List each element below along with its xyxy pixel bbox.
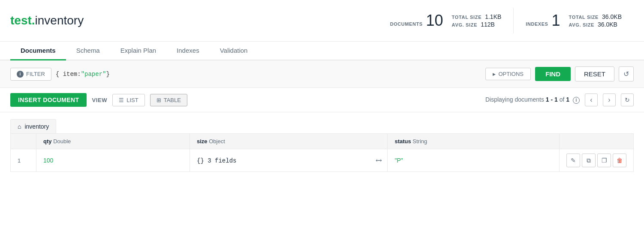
list-view-button[interactable]: ☰ LIST — [112, 94, 144, 106]
size-cell: {} 3 fields ⤢ — [190, 149, 388, 172]
doc-total-size-value: 1.1KB — [485, 13, 501, 20]
tab-explain-plan[interactable]: Explain Plan — [110, 42, 166, 60]
edit-button[interactable]: ✎ — [566, 154, 580, 167]
documents-label: DOCUMENTS — [390, 21, 423, 27]
col-header-num — [11, 134, 36, 149]
tabs-bar: Documents Schema Explain Plan Indexes Va… — [0, 42, 644, 60]
copy-button[interactable]: ⧉ — [582, 154, 596, 167]
col-type-status: String — [412, 138, 427, 145]
list-icon: ☰ — [119, 97, 124, 103]
tab-schema[interactable]: Schema — [66, 42, 110, 60]
status-cell: "P" — [388, 149, 560, 172]
delete-button[interactable]: 🗑 — [613, 154, 626, 167]
next-page-button[interactable]: › — [603, 93, 616, 106]
collection-name: inventory — [35, 14, 84, 27]
table-icon: ⊞ — [156, 97, 161, 103]
filter-query-suffix: } — [106, 71, 109, 78]
pagination-range: 1 - 1 — [546, 96, 558, 103]
insert-document-button[interactable]: INSERT DOCUMENT — [10, 93, 87, 107]
indexes-stats: INDEXES 1 TOTAL SIZE 36.0KB AVG. SIZE 36… — [514, 13, 634, 28]
doc-avg-size-value: 112B — [481, 21, 495, 28]
dot-separator: . — [32, 14, 35, 27]
row-actions: ✎ ⧉ ❐ 🗑 — [566, 154, 626, 167]
col-name-size: size — [197, 138, 208, 145]
idx-avg-size-value: 36.0KB — [598, 21, 617, 28]
idx-total-size-value: 36.0KB — [602, 13, 622, 20]
table-area: ⌂ inventory qty Double size Object statu… — [0, 112, 644, 179]
filter-button[interactable]: i FILTER — [10, 68, 51, 81]
filter-button-label: FILTER — [26, 71, 45, 77]
tab-indexes[interactable]: Indexes — [166, 42, 210, 60]
idx-total-size-label: TOTAL SIZE — [569, 15, 599, 20]
db-name: test — [10, 14, 32, 27]
filter-query-value: "paper" — [81, 71, 106, 78]
refresh-button[interactable]: ↺ — [619, 66, 634, 81]
collection-tab[interactable]: ⌂ inventory — [10, 119, 56, 133]
find-button[interactable]: FIND — [535, 67, 571, 81]
filter-info-icon: i — [17, 71, 24, 78]
indexes-count-area: INDEXES 1 — [526, 13, 560, 28]
table-row: 1 100 {} 3 fields ⤢ "P" ✎ ⧉ ❐ — [11, 149, 634, 172]
stats-area: DOCUMENTS 10 TOTAL SIZE 1.1KB AVG. SIZE … — [378, 8, 634, 33]
table-header-row: qty Double size Object status String — [11, 134, 634, 149]
data-table: qty Double size Object status String 1 — [10, 133, 634, 172]
doc-mini-stats: TOTAL SIZE 1.1KB AVG. SIZE 112B — [452, 13, 502, 28]
list-label: LIST — [126, 97, 138, 103]
reload-button[interactable]: ↻ — [621, 93, 634, 106]
filter-query-prefix: { item: — [56, 71, 81, 78]
row-num-cell: 1 — [11, 149, 36, 172]
idx-avg-size: AVG. SIZE 36.0KB — [569, 21, 622, 28]
actions-cell: ✎ ⧉ ❐ 🗑 — [560, 149, 634, 172]
indexes-count: 1 — [551, 13, 560, 28]
options-button[interactable]: ▶ OPTIONS — [485, 68, 531, 80]
col-name-qty: qty — [43, 138, 52, 145]
documents-count: 10 — [426, 13, 443, 28]
pagination-of: of — [558, 96, 566, 103]
qty-value: 100 — [43, 157, 53, 164]
header: test.inventory DOCUMENTS 10 TOTAL SIZE 1… — [0, 0, 644, 42]
qty-cell: 100 — [36, 149, 190, 172]
col-name-status: status — [394, 138, 411, 145]
col-type-qty: Double — [53, 138, 71, 145]
house-icon: ⌂ — [18, 123, 21, 130]
indexes-label: INDEXES — [526, 21, 548, 27]
table-view-button[interactable]: ⊞ TABLE — [150, 94, 187, 106]
tab-validation[interactable]: Validation — [210, 42, 258, 60]
options-label: OPTIONS — [498, 71, 524, 77]
status-value: "P" — [394, 157, 403, 164]
filter-query-area[interactable]: { item: "paper" } — [56, 71, 481, 78]
tab-documents[interactable]: Documents — [10, 42, 66, 60]
doc-total-size: TOTAL SIZE 1.1KB — [452, 13, 502, 20]
col-header-qty[interactable]: qty Double — [36, 134, 190, 149]
filter-bar: i FILTER { item: "paper" } ▶ OPTIONS FIN… — [0, 60, 644, 88]
pagination-info: Displaying documents 1 - 1 of 1 i — [485, 96, 580, 104]
doc-total-size-label: TOTAL SIZE — [452, 15, 482, 20]
col-header-actions — [560, 134, 634, 149]
view-label: VIEW — [92, 97, 107, 103]
collection-tab-name: inventory — [24, 123, 49, 130]
pagination-total: 1 — [566, 96, 569, 103]
prev-page-button[interactable]: ‹ — [585, 93, 598, 106]
row-number: 1 — [18, 157, 21, 164]
toolbar: INSERT DOCUMENT VIEW ☰ LIST ⊞ TABLE Disp… — [0, 88, 644, 112]
table-label: TABLE — [164, 97, 181, 103]
idx-avg-size-label: AVG. SIZE — [569, 22, 595, 27]
col-type-size: Object — [209, 138, 225, 145]
doc-avg-size-label: AVG. SIZE — [452, 22, 478, 27]
reset-button[interactable]: RESET — [575, 66, 614, 81]
idx-total-size: TOTAL SIZE 36.0KB — [569, 13, 622, 20]
pagination-info-icon[interactable]: i — [573, 97, 580, 104]
col-header-size[interactable]: size Object — [190, 134, 388, 149]
clone-button[interactable]: ❐ — [597, 154, 611, 167]
pagination-text: Displaying documents — [485, 96, 546, 103]
idx-mini-stats: TOTAL SIZE 36.0KB AVG. SIZE 36.0KB — [569, 13, 622, 28]
options-arrow-icon: ▶ — [493, 72, 496, 76]
col-header-status[interactable]: status String — [388, 134, 560, 149]
doc-avg-size: AVG. SIZE 112B — [452, 21, 502, 28]
size-value: {} 3 fields — [197, 157, 236, 164]
documents-count-area: DOCUMENTS 10 — [390, 13, 443, 28]
db-title: test.inventory — [10, 14, 84, 27]
expand-icon[interactable]: ⤢ — [373, 155, 385, 166]
documents-stats: DOCUMENTS 10 TOTAL SIZE 1.1KB AVG. SIZE … — [378, 13, 514, 28]
